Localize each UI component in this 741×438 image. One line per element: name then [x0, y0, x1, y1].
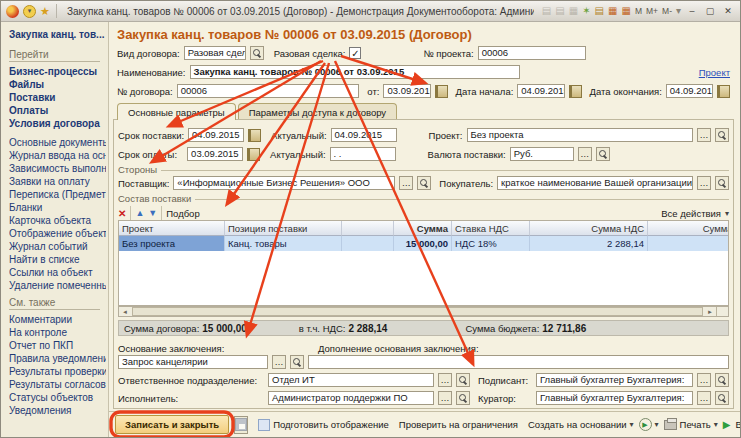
sidebar-item-object-links[interactable]: Ссылки на объект	[9, 266, 106, 279]
contract-type-lookup-icon[interactable]	[250, 46, 264, 60]
from-date-calendar-icon[interactable]	[435, 85, 448, 98]
scroll-right-icon[interactable]: ►	[704, 307, 716, 316]
start-date-field[interactable]: 04.09.2015	[517, 84, 564, 98]
payment-term-field[interactable]: 03.09.2015	[187, 147, 243, 161]
sidebar-item-notifications[interactable]: Уведомления	[9, 404, 106, 417]
project-ref-ellipsis-button[interactable]: …	[697, 128, 711, 142]
column-header-empty[interactable]	[342, 221, 394, 236]
basis-field[interactable]: Запрос канцелярии	[118, 355, 268, 369]
curator-ellipsis-button[interactable]: …	[697, 391, 711, 405]
start-date-calendar-icon[interactable]	[569, 85, 582, 98]
signer-ellipsis-button[interactable]: …	[697, 373, 711, 387]
project-link[interactable]: Проект	[699, 67, 730, 78]
table-all-actions-caret-icon[interactable]: ▾	[725, 209, 729, 218]
sidebar-item-object-card[interactable]: Карточка объекта	[9, 214, 106, 227]
column-header-position[interactable]: Позиция поставки	[225, 221, 342, 236]
podbor-button[interactable]: Подбор	[166, 208, 199, 219]
responsible-department-field[interactable]: Отдел ИТ	[268, 373, 434, 387]
project-ref-field[interactable]: Без проекта	[467, 128, 693, 142]
table-all-actions-button[interactable]: Все действия	[661, 208, 721, 219]
name-field[interactable]: Закупка канц. товаров № 00006 от 03.09.2…	[190, 65, 520, 79]
sidebar-item-files[interactable]: Файлы	[9, 78, 106, 91]
currency-ellipsis-button[interactable]: …	[578, 147, 592, 161]
calculator-icon[interactable]: ▦	[608, 6, 617, 16]
responsible-department-ellipsis-button[interactable]: …	[438, 373, 452, 387]
create-based-on-button[interactable]: Создать на основании▾	[528, 419, 634, 430]
prepare-view-button[interactable]: Подготовить отображение	[258, 419, 389, 431]
table-horizontal-scrollbar[interactable]: ◄ ►	[118, 306, 729, 317]
table-row[interactable]: Без проекта Канц. товары 15 000,00 НДС 1…	[119, 236, 728, 251]
contract-type-field[interactable]: Разовая сделка (оплата п	[184, 46, 246, 60]
supplier-lookup-icon[interactable]	[417, 176, 431, 190]
sidebar-item-check-results[interactable]: Результаты проверки...	[9, 365, 106, 378]
titlebar-more-caret-icon[interactable]: ▾	[676, 6, 681, 16]
sidebar-item-object-view[interactable]: Отображение объекта	[9, 227, 106, 240]
executor-field[interactable]: Администратор поддержки ПО	[268, 391, 434, 405]
sidebar-item-find-in-list[interactable]: Найти в списке	[9, 253, 106, 266]
memory-mplus-button[interactable]: M+	[646, 6, 658, 16]
all-actions-button[interactable]: Все действия▾	[735, 419, 741, 430]
actual1-field[interactable]: 04.09.2015	[331, 128, 397, 142]
basis-addition-field[interactable]	[308, 355, 729, 369]
executor-ellipsis-button[interactable]: …	[438, 391, 452, 405]
main-menu-icon[interactable]: ▾	[23, 5, 36, 18]
sidebar-item-correspondence[interactable]: Переписка (Предмет)	[9, 188, 106, 201]
move-down-icon[interactable]: ▼	[148, 208, 157, 218]
close-button[interactable]: ✕	[721, 5, 735, 17]
sidebar-item-dependency[interactable]: Зависимость выполн...	[9, 162, 106, 175]
project-number-field[interactable]: 00006	[478, 46, 586, 60]
sidebar-item-contract-terms[interactable]: Условия договора	[9, 117, 106, 130]
basis-ellipsis-button[interactable]: …	[272, 355, 286, 369]
end-date-calendar-icon[interactable]	[717, 85, 730, 98]
sidebar-item-business-processes[interactable]: Бизнес-процессы	[9, 65, 106, 78]
buyer-lookup-icon[interactable]	[715, 176, 729, 190]
delivery-term-calendar-icon[interactable]	[248, 129, 261, 142]
scroll-left-icon[interactable]: ◄	[119, 307, 131, 316]
memory-m-button[interactable]: M	[635, 6, 642, 16]
reports-menu-button[interactable]: ▶▾	[639, 418, 659, 431]
sidebar-item-event-log[interactable]: Журнал событий	[9, 240, 106, 253]
tab-main-parameters[interactable]: Основные параметры	[117, 103, 236, 120]
column-header-project[interactable]: Проект	[119, 221, 225, 236]
signer-field[interactable]: Главный бухгалтер Бухгалтерия:	[536, 373, 693, 387]
buyer-field[interactable]: краткое наименование Вашей организации	[497, 176, 693, 190]
sidebar-item-object-statuses[interactable]: Статусы объектов	[9, 391, 106, 404]
print-button[interactable]: Печать▾	[664, 419, 718, 430]
sidebar-item-on-control[interactable]: На контроле	[9, 326, 106, 339]
supplier-ellipsis-button[interactable]: …	[399, 176, 413, 190]
from-date-field[interactable]: 03.09.2015	[383, 84, 430, 98]
tab-access-parameters[interactable]: Параметры доступа к договору	[238, 103, 397, 120]
sidebar-item-pkp-report[interactable]: Отчет по ПКП	[9, 339, 106, 352]
curator-field[interactable]: Главный бухгалтер Бухгалтерия:	[536, 391, 693, 405]
executor-lookup-icon[interactable]	[456, 391, 470, 405]
sidebar-item-approval-results[interactable]: Результаты согласов...	[9, 378, 106, 391]
start-process-icon[interactable]: ▶	[723, 419, 731, 430]
buyer-ellipsis-button[interactable]: …	[697, 176, 711, 190]
move-up-icon[interactable]: ▲	[135, 208, 144, 218]
sidebar-item-main-documents[interactable]: Основные документы	[9, 136, 106, 149]
sidebar-item-payments[interactable]: Оплаты	[9, 104, 106, 117]
app-logo-icon[interactable]	[6, 5, 19, 18]
sidebar-item-notification-rules[interactable]: Правила уведомлений	[9, 352, 106, 365]
get-link-icon[interactable]: ▤	[595, 6, 604, 16]
save-and-close-button[interactable]: Записать и закрыть	[115, 415, 229, 434]
curator-lookup-icon[interactable]	[715, 391, 729, 405]
contract-number-field[interactable]: 00006	[177, 84, 360, 98]
signer-lookup-icon[interactable]	[715, 373, 729, 387]
maximize-button[interactable]: ▢	[703, 5, 717, 17]
payment-term-calendar-icon[interactable]	[247, 148, 260, 161]
column-header-vat-rate[interactable]: Ставка НДС	[452, 221, 530, 236]
memory-mminus-button[interactable]: M-	[662, 6, 672, 16]
scrollbar-thumb[interactable]	[132, 307, 703, 316]
column-header-budget-sum[interactable]: Сумма бюджета	[648, 221, 729, 236]
project-ref-lookup-icon[interactable]	[715, 128, 729, 142]
sidebar-item-payment-requests[interactable]: Заявки на оплату	[9, 175, 106, 188]
currency-field[interactable]: Руб.	[510, 147, 574, 161]
minimize-button[interactable]: –	[685, 5, 699, 17]
supplier-field[interactable]: «Информационные Бизнес Решения» ООО	[173, 176, 395, 190]
end-date-field[interactable]: 04.09.2015	[666, 84, 713, 98]
sidebar-item-entry-journal[interactable]: Журнал ввода на осн...	[9, 149, 106, 162]
add-favorite-icon[interactable]: ✶	[582, 6, 590, 16]
calendar-tool-icon[interactable]: ▦	[621, 6, 630, 16]
one-time-deal-checkbox[interactable]: ✓	[349, 47, 361, 59]
